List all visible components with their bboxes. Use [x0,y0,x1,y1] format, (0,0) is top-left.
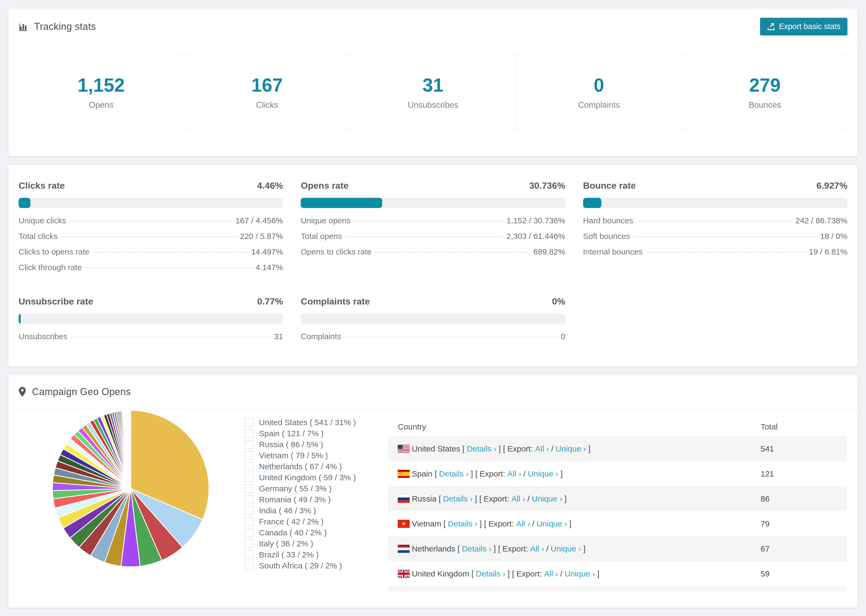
geo-country-table: Country Total United States [Details ›] … [388,417,847,592]
spain-flag-icon [398,470,409,478]
export-unique-link[interactable]: Unique › [565,569,595,578]
geo-table-header: Country Total [388,417,847,436]
rate-row: Unique opens1,152 / 30.736% [301,216,565,232]
legend-swatch [244,561,253,570]
russia-flag-icon [398,495,409,503]
unsubscribe-rate-block: Unsubscribe rate0.77% Unsubscribes31 [19,296,283,347]
details-link[interactable]: Details › [439,469,469,478]
geo-row-spain: Spain [Details ›] [Export:All ›/Unique ›… [388,461,847,486]
geo-legend: United States ( 541 / 31% ) Spain ( 121 … [244,417,356,571]
export-unique-link[interactable]: Unique › [532,494,562,503]
legend-item: Netherlands ( 67 / 4% ) [244,461,356,472]
legend-swatch [244,418,253,427]
geo-opens-header: Campaign Geo Opens [8,374,858,409]
stat-bounces: 279 Bounces [682,55,848,130]
country-total: 121 [761,469,837,478]
export-basic-stats-button[interactable]: Export basic stats [760,18,847,36]
complaints-rate-progressbar [301,314,565,324]
details-link[interactable]: Details › [476,569,505,578]
tracking-stats-panel: Tracking stats Export basic stats 1,152 … [8,8,858,156]
export-all-link[interactable]: All › [507,469,521,478]
legend-item: India ( 46 / 3% ) [244,505,356,516]
complaints-rate-block: Complaints rate0% Complaints0 [301,296,565,347]
vietnam-flag-icon [398,520,409,528]
export-all-link[interactable]: All › [516,519,530,528]
country-total: 59 [761,569,837,578]
details-link[interactable]: Details › [448,519,477,528]
bounce-rate-title: Bounce rate [583,180,636,191]
legend-item: United Kingdom ( 59 / 3% ) [244,472,356,483]
uk-flag-icon [398,570,409,578]
bar-chart-icon [19,22,28,31]
rate-row: Hard bounces242 / 86.738% [583,216,847,232]
legend-swatch [244,473,253,482]
stats-boxes: 1,152 Opens 167 Clicks 31 Unsubscribes 0… [18,55,848,130]
legend-swatch [244,550,253,559]
opens-rate-block: Opens rate30.736% Unique opens1,152 / 30… [301,180,565,278]
stat-unsubscribes: 31 Unsubscribes [350,55,516,130]
bounces-count: 279 [749,74,781,96]
legend-swatch [244,495,253,504]
details-link[interactable]: Details › [443,494,472,503]
tracking-stats-title: Tracking stats [19,21,96,32]
page-title: Tracking stats [34,21,96,32]
legend-item: Russia ( 86 / 5% ) [244,439,356,450]
geo-pie-chart [51,409,210,569]
opens-rate-value: 30.736% [529,180,565,191]
export-icon [767,23,775,31]
geo-row-united-states: United States [Details ›] [Export:All ›/… [388,436,847,461]
rate-row: Unique clicks167 / 4.456% [19,216,283,232]
opens-rate-progressbar [301,198,565,208]
country-column-header: Country [398,422,761,431]
details-link[interactable]: Details › [467,444,496,453]
stat-complaints: 0 Complaints [516,55,682,130]
details-link[interactable]: Details › [462,544,491,553]
netherlands-flag-icon [398,545,409,553]
rate-row: Total clicks220 / 5.87% [19,232,283,247]
legend-swatch [244,462,253,471]
rate-row: Soft bounces18 / 0% [583,232,847,247]
rate-row: Internal bounces19 / 6.81% [583,247,847,263]
rates-panel: Clicks rate4.46% Unique clicks167 / 4.45… [8,165,858,366]
country-total: 541 [761,444,837,453]
export-all-link[interactable]: All › [535,444,549,453]
clicks-rate-title: Clicks rate [19,180,65,191]
unsubscribes-count: 31 [422,74,444,96]
export-unique-link[interactable]: Unique › [556,444,586,453]
clicks-rate-value: 4.46% [257,180,283,191]
legend-swatch [244,440,253,449]
export-unique-link[interactable]: Unique › [537,519,567,528]
opens-count: 1,152 [77,74,124,96]
clicks-count: 167 [252,74,283,96]
export-unique-link[interactable]: Unique › [551,544,581,553]
legend-item: France ( 42 / 2% ) [244,516,356,527]
geo-row-russia: Russia [Details ›] [Export:All ›/Unique … [388,486,847,511]
geo-opens-panel: Campaign Geo Opens United States ( 541 /… [8,374,858,608]
unsubscribe-rate-title: Unsubscribe rate [19,296,93,306]
legend-item: Canada ( 40 / 2% ) [244,527,356,538]
bounce-rate-value: 6.927% [817,180,847,191]
country-total: 79 [761,519,837,528]
rate-row: Opens to clicks rate689.82% [301,247,565,263]
export-all-link[interactable]: All › [530,544,544,553]
export-all-link[interactable]: All › [544,569,558,578]
bounce-rate-progressbar [583,198,847,208]
legend-item: Germany ( 55 / 3% ) [244,483,356,494]
legend-swatch [244,429,253,438]
geo-row-vietnam: Vietnam [Details ›] [Export:All ›/Unique… [388,511,847,536]
export-unique-link[interactable]: Unique › [527,469,558,478]
tracking-stats-header: Tracking stats Export basic stats [8,8,858,45]
total-column-header: Total [761,422,837,431]
legend-swatch [244,528,253,537]
complaints-rate-title: Complaints rate [301,296,370,306]
country-total: 86 [761,494,837,503]
legend-swatch [244,539,253,548]
geo-row-netherlands: Netherlands [Details ›] [Export:All ›/Un… [388,536,847,561]
rate-row: Click through rate4.147% [19,263,283,278]
unsubscribe-rate-value: 0.77% [257,296,283,306]
legend-item: Romania ( 49 / 3% ) [244,494,356,505]
bounce-rate-block: Bounce rate6.927% Hard bounces242 / 86.7… [583,180,847,278]
legend-item: Vietnam ( 79 / 5% ) [244,450,356,461]
geo-row-germany: Germany [Details ›] [Export:All ›/Unique… [388,586,847,592]
export-all-link[interactable]: All › [511,494,525,503]
